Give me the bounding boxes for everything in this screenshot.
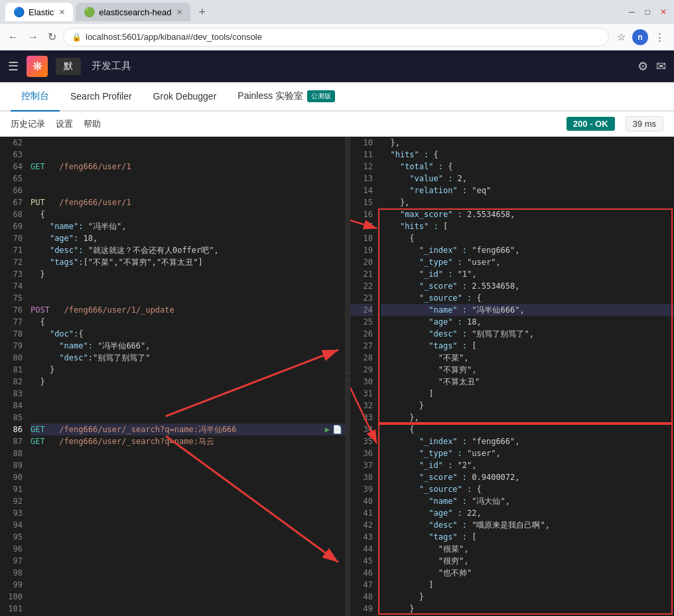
browser-nav-bar: ← → ↻ 🔒 localhost:5601/app/kibana#/dev_t… xyxy=(0,24,674,50)
response-panel[interactable]: 1011121314151617181920212223242526272829… xyxy=(350,137,674,616)
settings-icon-button[interactable]: ⚙ xyxy=(638,59,648,74)
new-tab-button[interactable]: + xyxy=(193,5,211,19)
run-button-icon[interactable]: ▶ xyxy=(325,424,330,435)
minimize-button[interactable]: ─ xyxy=(626,7,637,17)
toolbar: 历史记录 设置 帮助 200 - OK 39 ms xyxy=(0,112,674,137)
tab-painless[interactable]: Painless 实验室 公测版 xyxy=(227,82,346,112)
code-content[interactable]: GET /feng666/user/1PUT /feng666/user/1 {… xyxy=(28,137,345,616)
settings-button[interactable]: 设置 xyxy=(56,116,73,133)
tab-painless-label: Painless 实验室 xyxy=(237,90,303,102)
bookmark-button[interactable]: ☆ xyxy=(613,29,630,46)
hamburger-menu-button[interactable]: ☰ xyxy=(8,59,19,74)
response-wrapper: 1011121314151617181920212223242526272829… xyxy=(350,137,674,615)
tab-grok-debugger-label: Grok Debugger xyxy=(153,91,217,102)
run-icons[interactable]: ▶ 📄 xyxy=(325,424,342,435)
head-tab-icon: 🟢 xyxy=(84,7,95,17)
lock-icon: 🔒 xyxy=(72,33,82,42)
editor-lines: 6263646566676869707172737475767778798081… xyxy=(0,137,345,616)
address-text: localhost:5601/app/kibana#/dev_tools/con… xyxy=(86,32,262,42)
tab-search-profiler[interactable]: Search Profiler xyxy=(60,82,143,112)
tab-search-profiler-label: Search Profiler xyxy=(70,91,132,102)
tab-console[interactable]: 控制台 xyxy=(11,82,60,112)
response-line-numbers: 1011121314151617181920212223242526272829… xyxy=(350,137,378,615)
time-badge: 39 ms xyxy=(626,116,663,131)
address-bar[interactable]: 🔒 localhost:5601/app/kibana#/dev_tools/c… xyxy=(63,28,609,46)
elastic-tab-close[interactable]: ✕ xyxy=(59,8,65,17)
tab-console-label: 控制台 xyxy=(21,90,49,102)
browser-action-icons: ☆ n ⋮ xyxy=(613,29,669,46)
status-badge: 200 - OK xyxy=(567,117,615,131)
head-tab-label: elasticsearch-head xyxy=(99,7,171,17)
kibana-logo-icon: ❋ xyxy=(33,59,42,74)
kibana-title: 开发工具 xyxy=(92,60,131,72)
editor-container: 6263646566676869707172737475767778798081… xyxy=(0,137,674,616)
window-controls: ─ □ ✕ xyxy=(626,7,669,17)
editor-panel[interactable]: 6263646566676869707172737475767778798081… xyxy=(0,137,345,616)
line-numbers: 6263646566676869707172737475767778798081… xyxy=(0,137,28,616)
kibana-header: ☰ ❋ 默 开发工具 ⚙ ✉ xyxy=(0,50,674,82)
more-button[interactable]: ⋮ xyxy=(651,29,669,46)
profile-button[interactable]: n xyxy=(632,29,648,45)
browser-tab-elastic[interactable]: 🔵 Elastic ✕ xyxy=(5,3,73,21)
maximize-button[interactable]: □ xyxy=(642,7,653,17)
beta-badge: 公测版 xyxy=(307,90,335,102)
docs-button-icon[interactable]: 📄 xyxy=(332,424,342,435)
history-button[interactable]: 历史记录 xyxy=(11,116,45,133)
tab-grok-debugger[interactable]: Grok Debugger xyxy=(143,82,228,112)
elastic-tab-icon: 🔵 xyxy=(13,7,25,17)
response-content: }, "hits" : { "total" : { "value" : 2, "… xyxy=(378,137,674,615)
kibana-header-right: ⚙ ✉ xyxy=(638,59,666,74)
elastic-tab-label: Elastic xyxy=(29,7,54,17)
forward-button[interactable]: → xyxy=(25,29,41,46)
help-button[interactable]: 帮助 xyxy=(84,116,101,133)
kibana-logo: ❋ xyxy=(27,56,48,77)
response-lines: 1011121314151617181920212223242526272829… xyxy=(350,137,674,615)
close-button[interactable]: ✕ xyxy=(658,7,669,17)
mail-icon-button[interactable]: ✉ xyxy=(656,59,666,74)
head-tab-close[interactable]: ✕ xyxy=(176,8,182,17)
refresh-button[interactable]: ↻ xyxy=(45,28,59,46)
browser-tab-head[interactable]: 🟢 elasticsearch-head ✕ xyxy=(76,3,190,21)
kibana-app-name[interactable]: 默 xyxy=(56,58,81,75)
browser-title-bar: 🔵 Elastic ✕ 🟢 elasticsearch-head ✕ + ─ □… xyxy=(0,0,674,24)
panel-divider[interactable]: ⋮⋮ xyxy=(345,137,350,616)
dev-tools-tabs: 控制台 Search Profiler Grok Debugger Painle… xyxy=(0,82,674,112)
back-button[interactable]: ← xyxy=(5,29,21,46)
